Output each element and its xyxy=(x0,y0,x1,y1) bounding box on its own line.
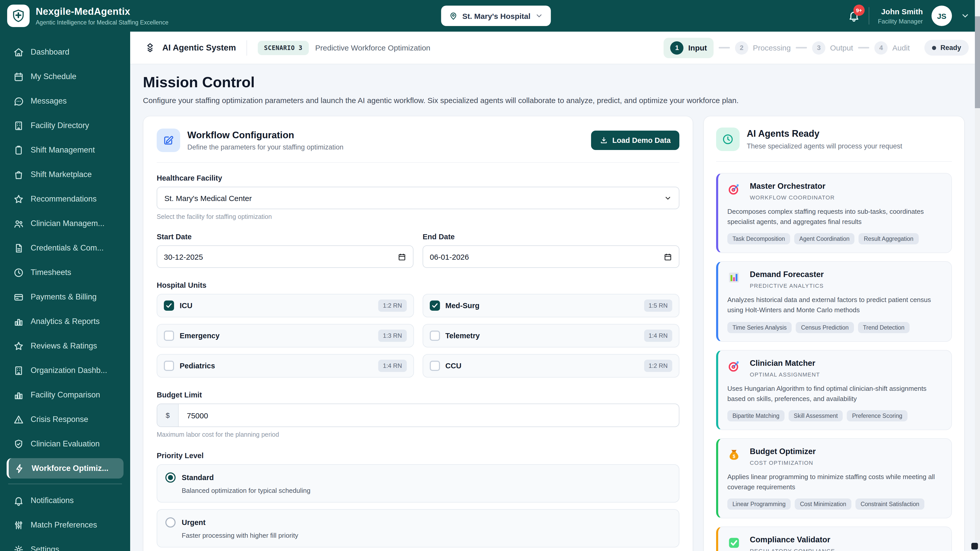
sidebar-item-clinician-managem[interactable]: Clinician Managem... xyxy=(6,213,124,233)
unit-name: ICU xyxy=(180,302,192,310)
unit-option-emergency[interactable]: Emergency1:3 RN xyxy=(157,324,414,348)
sidebar-item-match-preferences[interactable]: Match Preferences xyxy=(6,515,124,535)
app-title: AI Agentic System xyxy=(162,43,236,52)
radio-unselected[interactable] xyxy=(165,517,176,527)
panel-divider xyxy=(716,161,952,162)
checkbox-checked[interactable] xyxy=(164,300,174,311)
unit-option-ccu[interactable]: CCU1:2 RN xyxy=(422,354,679,378)
checkbox-unchecked[interactable] xyxy=(164,361,174,371)
facility-selector[interactable]: St. Mary's Hospital xyxy=(441,6,551,26)
agent-name: Budget Optimizer xyxy=(750,447,816,456)
download-icon xyxy=(600,136,608,144)
chart-emoji-icon xyxy=(727,271,744,284)
radio-selected[interactable] xyxy=(165,472,176,483)
start-date-input[interactable]: 30-12-2025 xyxy=(157,245,414,268)
agent-tag: Linear Programming xyxy=(727,499,791,510)
sidebar-item-payments-billing[interactable]: Payments & Billing xyxy=(6,287,124,307)
check-emoji-icon xyxy=(727,536,744,549)
card-divider xyxy=(157,162,679,163)
notifications-button[interactable]: 9+ xyxy=(848,10,860,22)
agent-name: Master Orchestrator xyxy=(750,182,835,191)
checkbox-checked[interactable] xyxy=(430,300,440,311)
unit-option-telemetry[interactable]: Telemetry1:4 RN xyxy=(422,324,679,348)
sidebar-item-label: Settings xyxy=(30,545,59,551)
agent-role: REGULATORY COMPLIANCE xyxy=(750,548,835,551)
main-content: Mission Control Configure your staffing … xyxy=(130,64,980,551)
sidebar-item-label: Dashboard xyxy=(30,48,69,57)
agent-role: COST OPTIMIZATION xyxy=(750,460,816,466)
sidebar-item-shift-marketplace[interactable]: Shift Marketplace xyxy=(6,164,124,185)
sidebar-item-organization-dashb[interactable]: Organization Dashb... xyxy=(6,360,124,381)
sidebar-divider xyxy=(8,484,122,484)
sidebar-item-label: Payments & Billing xyxy=(30,292,97,302)
sidebar-item-workforce-optimiz[interactable]: Workforce Optimiz... xyxy=(6,458,124,478)
sidebar-item-label: Match Preferences xyxy=(30,520,97,530)
edit-pencil-icon xyxy=(157,129,180,152)
sidebar-item-analytics-reports[interactable]: Analytics & Reports xyxy=(6,311,124,332)
unit-option-pediatrics[interactable]: Pediatrics1:4 RN xyxy=(157,354,414,378)
sidebar-item-shift-management[interactable]: Shift Management xyxy=(6,140,124,160)
sidebar-item-credentials-com[interactable]: Credentials & Com... xyxy=(6,238,124,258)
sidebar-item-label: Notifications xyxy=(30,496,74,505)
sidebar-item-label: Facility Comparison xyxy=(30,390,100,400)
agent-tag: Time Series Analysis xyxy=(727,322,792,333)
sidebar-item-dashboard[interactable]: Dashboard xyxy=(6,42,124,62)
priority-description: Faster processing with higher fill prior… xyxy=(182,532,671,539)
workflow-configuration-card: Workflow Configuration Define the parame… xyxy=(143,116,693,551)
checkbox-unchecked[interactable] xyxy=(430,330,440,341)
sidebar-item-notifications[interactable]: Notifications xyxy=(6,490,124,511)
sidebar-item-reviews-ratings[interactable]: Reviews & Ratings xyxy=(6,336,124,356)
shield-check-icon xyxy=(13,438,24,449)
sidebar-item-label: Shift Marketplace xyxy=(30,170,92,179)
file-icon xyxy=(13,243,24,253)
sidebar-item-facility-directory[interactable]: Facility Directory xyxy=(6,115,124,136)
page-scrollbar-track[interactable] xyxy=(975,0,980,551)
calendar-icon xyxy=(398,252,406,261)
shopping-bag-icon xyxy=(13,169,24,180)
sliders-icon xyxy=(13,519,24,530)
agent-name: Compliance Validator xyxy=(750,535,835,545)
sidebar-item-label: Crisis Response xyxy=(30,415,88,424)
checkbox-unchecked[interactable] xyxy=(430,361,440,371)
priority-option-standard[interactable]: StandardBalanced optimization for typica… xyxy=(157,464,679,503)
calendar-icon xyxy=(13,71,24,82)
sidebar-item-timesheets[interactable]: Timesheets xyxy=(6,262,124,283)
checkbox-unchecked[interactable] xyxy=(164,330,174,341)
sidebar-item-recommendations[interactable]: Recommendations xyxy=(6,189,124,209)
unit-name: Med-Surg xyxy=(445,302,479,310)
end-date-input[interactable]: 06-01-2026 xyxy=(423,245,679,268)
step-audit[interactable]: 4Audit xyxy=(875,41,910,54)
svg-text:$: $ xyxy=(733,454,735,459)
step-output[interactable]: 3Output xyxy=(812,41,853,54)
user-meta: John Smith Facility Manager xyxy=(878,7,923,25)
home-icon xyxy=(13,47,24,57)
step-input[interactable]: 1Input xyxy=(664,38,714,58)
sidebar-item-clinician-evaluation[interactable]: Clinician Evaluation xyxy=(6,433,124,454)
priority-option-urgent[interactable]: UrgentFaster processing with higher fill… xyxy=(157,509,679,548)
building-icon xyxy=(13,365,24,376)
facility-select[interactable]: St. Mary's Medical Center xyxy=(157,187,679,209)
budget-input[interactable]: $ 75000 xyxy=(157,403,679,427)
user-menu-chevron-icon[interactable] xyxy=(961,11,970,21)
sidebar-item-settings[interactable]: Settings xyxy=(6,539,124,551)
load-demo-data-button[interactable]: Load Demo Data xyxy=(591,130,679,150)
sidebar-item-my-schedule[interactable]: My Schedule xyxy=(6,66,124,87)
brand-name: Nexgile-MedAgentix xyxy=(36,6,169,17)
layers-icon xyxy=(145,42,156,53)
sidebar-item-messages[interactable]: Messages xyxy=(6,91,124,111)
brand: Nexgile-MedAgentix Agentic Intelligence … xyxy=(0,5,169,27)
agent-role: OPTIMAL ASSIGNMENT xyxy=(750,371,820,377)
sidebar-item-crisis-response[interactable]: Crisis Response xyxy=(6,409,124,430)
step-processing[interactable]: 2Processing xyxy=(735,41,791,54)
ai-agents-panel: AI Agents Ready These specialized agents… xyxy=(703,116,965,551)
unit-option-med-surg[interactable]: Med-Surg1:5 RN xyxy=(422,294,679,318)
unit-name: CCU xyxy=(445,362,461,370)
agent-card-master-orchestrator: Master OrchestratorWORKFLOW COORDINATORD… xyxy=(716,173,952,253)
clipboard-icon xyxy=(13,144,24,156)
status-label: Ready xyxy=(940,44,961,52)
avatar[interactable]: JS xyxy=(932,6,952,26)
page-scrollbar-thumb[interactable] xyxy=(975,16,980,108)
priority-name: Urgent xyxy=(182,518,205,527)
sidebar-item-facility-comparison[interactable]: Facility Comparison xyxy=(6,385,124,405)
unit-option-icu[interactable]: ICU1:2 RN xyxy=(157,294,414,318)
